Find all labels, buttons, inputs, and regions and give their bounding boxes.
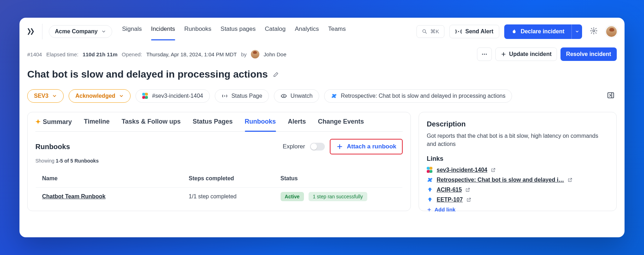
details-sidebar: Description Got reports that the chat bo…: [419, 112, 617, 211]
retrospective-label: Retrospective: Chat bot is slow and dela…: [341, 93, 505, 99]
link-jira-1[interactable]: ACIR-615: [437, 187, 462, 193]
incident-title-row: Chat bot is slow and delayed in processi…: [27, 69, 617, 80]
search-shortcut: ⌘K: [430, 28, 439, 35]
runbooks-showing: Showing 1-5 of 5 Runbooks: [35, 158, 403, 164]
app-window: Acme Company Signals Incidents Runbooks …: [19, 18, 625, 237]
svg-point-6: [224, 96, 225, 97]
detail-tabs: ✦Summary Timeline Tasks & Follow ups Sta…: [35, 118, 403, 132]
opened-label: Opened:: [122, 51, 142, 57]
tab-alerts[interactable]: Alerts: [288, 118, 306, 131]
runbooks-section-header: Runbooks Explorer Attach a runbook: [35, 139, 403, 154]
edit-title-button[interactable]: [273, 69, 279, 80]
top-bar: Acme Company Signals Incidents Runbooks …: [19, 18, 625, 40]
status-badge: Active: [281, 192, 304, 201]
severity-label: SEV3: [34, 93, 48, 99]
search-trigger[interactable]: ⌘K: [416, 25, 444, 38]
tab-summary[interactable]: ✦Summary: [35, 118, 72, 131]
nav-signals[interactable]: Signals: [122, 23, 142, 40]
unwatch-label: Unwatch: [291, 93, 312, 99]
search-icon: [422, 29, 427, 34]
chevron-down-icon: [101, 29, 106, 34]
settings-button[interactable]: [587, 24, 600, 39]
send-alert-button[interactable]: Send Alert: [449, 25, 499, 38]
tab-change-events[interactable]: Change Events: [318, 118, 364, 131]
by-label: by: [241, 51, 247, 57]
external-link-icon: [568, 177, 573, 182]
slack-channel-label: #sev3-incident-1404: [152, 93, 203, 99]
chip-row: SEV3 Acknowledged #sev3-incident-1404 St…: [27, 89, 617, 103]
table-row[interactable]: Chatbot Team Runbook 1/1 step completed …: [36, 188, 403, 206]
link-row: Retrospective: Chat bot is slow and dela…: [427, 177, 609, 183]
status-chip[interactable]: Acknowledged: [69, 89, 131, 103]
resolve-incident-button[interactable]: Resolve incident: [560, 47, 617, 61]
link-retrospective[interactable]: Retrospective: Chat bot is slow and dela…: [437, 177, 564, 183]
links-title: Links: [427, 155, 609, 163]
more-actions-button[interactable]: [477, 47, 492, 61]
nav-runbooks[interactable]: Runbooks: [184, 23, 212, 40]
opened-by-avatar: [251, 50, 259, 58]
user-avatar[interactable]: [605, 26, 617, 38]
toggle-sidebar-button[interactable]: [605, 89, 617, 103]
nav-status-pages[interactable]: Status pages: [220, 23, 255, 40]
runbook-link[interactable]: Chatbot Team Runbook: [42, 193, 105, 199]
nav-catalog[interactable]: Catalog: [265, 23, 286, 40]
slack-channel-chip[interactable]: #sev3-incident-1404: [136, 89, 210, 103]
unwatch-chip[interactable]: Unwatch: [274, 89, 319, 103]
broadcast-icon: [455, 28, 462, 35]
nav-analytics[interactable]: Analytics: [295, 23, 319, 40]
declare-incident-label: Declare incident: [521, 28, 564, 35]
link-row: sev3-incident-1404: [427, 167, 609, 173]
nav-teams[interactable]: Teams: [328, 23, 346, 40]
confluence-icon: [427, 177, 433, 183]
update-incident-label: Update incident: [509, 51, 552, 57]
svg-point-5: [486, 54, 487, 55]
chevron-down-icon: [119, 94, 124, 98]
slack-icon: [142, 93, 149, 99]
runbooks-title: Runbooks: [35, 143, 70, 151]
col-status: Status: [274, 170, 403, 188]
declare-incident-dropdown[interactable]: [571, 24, 582, 39]
chevron-down-icon: [575, 29, 579, 34]
incident-title: Chat bot is slow and delayed in processi…: [27, 69, 268, 80]
explorer-label: Explorer: [283, 143, 305, 150]
update-incident-button[interactable]: Update incident: [495, 47, 557, 61]
attach-runbook-button[interactable]: Attach a runbook: [330, 139, 403, 154]
nav-incidents[interactable]: Incidents: [151, 23, 175, 40]
eye-icon: [281, 93, 287, 99]
incident-id: #1404: [27, 51, 42, 57]
tab-status-pages[interactable]: Status Pages: [192, 118, 232, 131]
status-page-chip[interactable]: Status Page: [215, 89, 269, 103]
declare-incident-group: Declare incident: [504, 24, 582, 39]
svg-point-1: [458, 31, 459, 32]
status-label: Acknowledged: [75, 93, 115, 99]
resolve-incident-label: Resolve incident: [566, 51, 611, 57]
runbooks-card: ✦Summary Timeline Tasks & Follow ups Sta…: [27, 112, 411, 211]
explorer-toggle[interactable]: [310, 143, 325, 151]
runbooks-table: Name Steps completed Status Chatbot Team…: [35, 169, 403, 206]
elapsed-value: 110d 21h 11m: [83, 51, 117, 57]
tab-timeline[interactable]: Timeline: [84, 118, 110, 131]
page-content: #1404 Elapsed time: 110d 21h 11m Opened:…: [19, 40, 625, 237]
external-link-icon: [465, 187, 470, 192]
add-link-label: Add link: [435, 206, 455, 212]
declare-incident-button[interactable]: Declare incident: [504, 24, 571, 39]
link-slack[interactable]: sev3-incident-1404: [437, 167, 487, 173]
step-result-badge: 1 step ran successfully: [309, 192, 367, 201]
company-selector[interactable]: Acme Company: [49, 25, 112, 38]
runbook-steps: 1/1 step completed: [182, 188, 274, 206]
ellipsis-icon: [481, 51, 488, 57]
retrospective-chip[interactable]: Retrospective: Chat bot is slow and dela…: [324, 89, 512, 103]
plus-icon: [336, 143, 343, 150]
tab-runbooks[interactable]: Runbooks: [245, 118, 276, 131]
tab-tasks[interactable]: Tasks & Follow ups: [122, 118, 181, 131]
description-title: Description: [427, 120, 609, 128]
external-link-icon: [491, 168, 496, 172]
add-link-button[interactable]: Add link: [427, 206, 609, 212]
plus-icon: [501, 51, 506, 57]
sparkles-icon: ✦: [35, 118, 41, 125]
opened-by-name: John Doe: [264, 51, 286, 57]
svg-point-2: [593, 30, 595, 32]
link-jira-2[interactable]: EETP-107: [437, 197, 463, 203]
description-body: Got reports that the chat bot is a bit s…: [427, 132, 609, 148]
severity-chip[interactable]: SEV3: [27, 89, 64, 103]
